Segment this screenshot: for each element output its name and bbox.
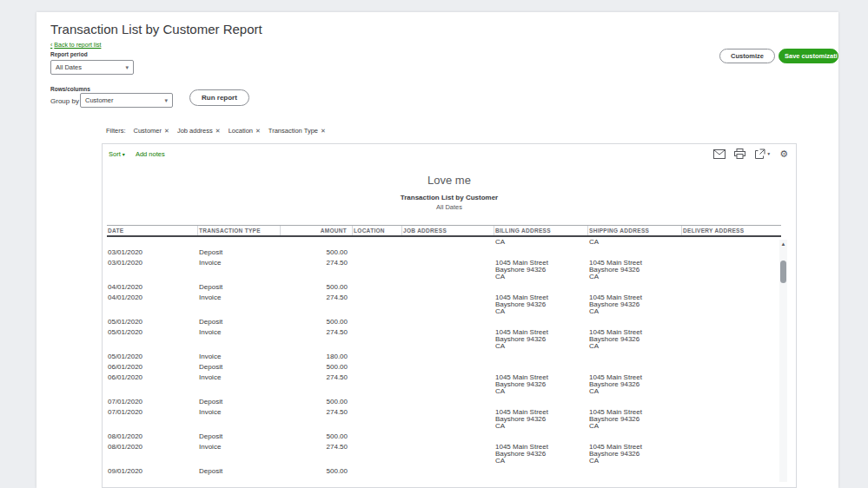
cell-date: 08/01/2020 — [107, 433, 198, 440]
cell-delivery — [682, 249, 781, 256]
group-by-select[interactable]: Customer ▾ — [80, 93, 173, 108]
cell-amount: 500.00 — [281, 364, 353, 371]
cell-amount: 500.00 — [281, 399, 353, 406]
column-header-shipping[interactable]: SHIPPING ADDRESS — [588, 226, 682, 235]
cell-job — [402, 319, 494, 326]
cell-shipping — [588, 249, 682, 256]
filter-chips: Customer✕Job address✕Location✕Transactio… — [134, 127, 326, 135]
cell-shipping: 1045 Main Street Bayshore 94326 CA — [588, 444, 682, 465]
cell-location — [353, 260, 402, 280]
table-row[interactable]: 07/01/2020Deposit500.00 — [107, 397, 781, 407]
cell-delivery — [682, 284, 781, 291]
cell-delivery — [682, 239, 781, 246]
cell-location — [353, 353, 402, 360]
export-icon[interactable]: ▼ — [754, 148, 771, 160]
cell-billing — [494, 249, 588, 256]
cell-date: 07/01/2020 — [107, 409, 198, 430]
cell-amount: 274.50 — [281, 444, 353, 465]
table-row[interactable]: 03/01/2020Invoice274.501045 Main Street … — [107, 258, 781, 282]
back-chevron-icon: ‹ — [50, 42, 52, 48]
cell-type: Deposit — [198, 364, 281, 371]
cell-billing: 1045 Main Street Bayshore 94326 CA — [494, 329, 588, 350]
cell-billing: 1045 Main Street Bayshore 94326 CA — [494, 294, 588, 315]
cell-type — [198, 239, 281, 246]
sort-dropdown[interactable]: Sort ▾ — [109, 150, 125, 158]
vertical-scrollbar[interactable]: ▲ — [779, 240, 787, 482]
cell-location — [353, 433, 402, 440]
column-header-location[interactable]: LOCATION — [353, 226, 402, 235]
cell-shipping — [588, 353, 682, 360]
cell-amount: 274.50 — [281, 329, 353, 350]
cell-billing — [494, 353, 588, 360]
table-row[interactable]: 07/01/2020Invoice274.501045 Main Street … — [107, 407, 781, 432]
save-customization-button[interactable]: Save customization — [779, 49, 838, 63]
cell-location — [353, 444, 402, 465]
column-header-date[interactable]: DATE — [107, 226, 198, 235]
settings-icon[interactable]: ⚙ — [779, 149, 788, 159]
table-row[interactable]: 05/01/2020Invoice180.00 — [107, 352, 781, 362]
cell-shipping — [588, 364, 682, 371]
table-row[interactable]: 05/01/2020Invoice274.501045 Main Street … — [107, 327, 781, 352]
cell-job — [402, 374, 494, 395]
cell-delivery — [682, 468, 781, 475]
column-header-amount[interactable]: AMOUNT — [281, 226, 353, 235]
cell-billing — [494, 433, 588, 440]
cell-billing: 1045 Main Street Bayshore 94326 CA — [494, 260, 588, 280]
filter-remove-icon[interactable]: ✕ — [321, 128, 326, 135]
report-title: Transaction List by Customer — [103, 194, 796, 201]
filter-remove-icon[interactable]: ✕ — [215, 128, 221, 135]
cell-shipping — [588, 284, 682, 291]
table-row[interactable]: 03/01/2020Deposit500.00 — [107, 247, 781, 258]
table-row[interactable]: 09/01/2020Deposit500.00 — [107, 466, 781, 477]
cell-billing: CA — [494, 239, 588, 246]
back-to-report-list-link[interactable]: ‹Back to report list — [50, 42, 101, 48]
email-icon[interactable] — [713, 149, 726, 159]
table-row[interactable]: CACA — [107, 237, 781, 247]
customize-button[interactable]: Customize — [719, 49, 775, 63]
cell-date: 04/01/2020 — [107, 294, 198, 315]
cell-location — [353, 409, 402, 430]
column-header-job[interactable]: JOB ADDRESS — [402, 226, 494, 235]
cell-job — [402, 468, 494, 475]
cell-location — [353, 319, 402, 326]
table-row[interactable]: 06/01/2020Deposit500.00 — [107, 362, 781, 373]
run-report-button[interactable]: Run report — [189, 89, 249, 106]
filter-remove-icon[interactable]: ✕ — [164, 128, 169, 135]
column-header-delivery[interactable]: DELIVERY ADDRESS — [682, 226, 781, 235]
cell-billing — [494, 364, 588, 371]
cell-location — [353, 239, 402, 246]
table-row[interactable]: 05/01/2020Deposit500.00 — [107, 317, 781, 327]
cell-job — [402, 329, 494, 350]
table-row[interactable]: 08/01/2020Deposit500.00 — [107, 432, 781, 442]
filter-chip-label: Customer — [134, 127, 162, 135]
table-row[interactable]: 04/01/2020Invoice274.501045 Main Street … — [107, 293, 781, 317]
report-period-select[interactable]: All Dates ▾ — [50, 60, 134, 75]
cell-type: Deposit — [198, 468, 281, 475]
cell-type: Invoice — [198, 353, 281, 360]
table-row[interactable]: 06/01/2020Invoice274.501045 Main Street … — [107, 373, 781, 397]
scroll-up-icon[interactable]: ▲ — [779, 240, 787, 248]
cell-job — [402, 260, 494, 280]
cell-amount: 500.00 — [281, 319, 353, 326]
cell-shipping — [588, 319, 682, 326]
cell-delivery — [682, 409, 781, 430]
cell-job — [402, 239, 494, 246]
table-row[interactable]: 04/01/2020Deposit500.00 — [107, 282, 781, 293]
table-row[interactable]: 08/01/2020Invoice274.501045 Main Street … — [107, 442, 781, 466]
scrollbar-thumb[interactable] — [780, 260, 786, 283]
filter-remove-icon[interactable]: ✕ — [255, 128, 261, 135]
print-icon[interactable] — [734, 148, 745, 159]
report-header: Love me Transaction List by Customer All… — [103, 174, 796, 211]
cell-billing — [494, 319, 588, 326]
cell-billing — [494, 468, 588, 475]
company-name: Love me — [103, 174, 796, 187]
column-header-type[interactable]: TRANSACTION TYPE — [198, 226, 281, 235]
cell-date: 05/01/2020 — [107, 353, 198, 360]
chevron-down-icon: ▼ — [766, 151, 771, 156]
table-body: CACA03/01/2020Deposit500.0003/01/2020Inv… — [107, 237, 781, 477]
cell-amount: 274.50 — [281, 260, 353, 280]
add-notes-link[interactable]: Add notes — [136, 150, 165, 158]
cell-job — [402, 364, 494, 371]
column-header-billing[interactable]: BILLING ADDRESS — [494, 226, 588, 235]
cell-amount: 500.00 — [281, 433, 353, 440]
